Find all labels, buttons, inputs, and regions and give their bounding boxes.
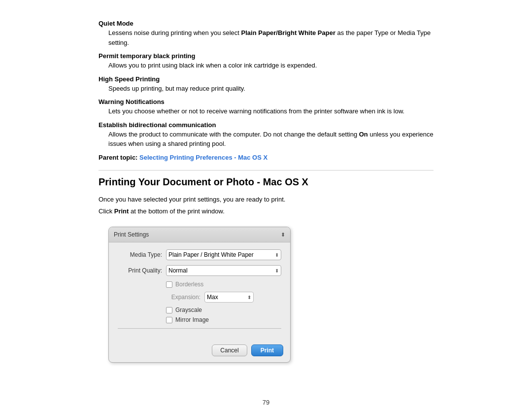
print-button[interactable]: Print (251, 344, 283, 356)
dialog-screenshot: Print Settings ⬍ Media Type: Plain Paper… (108, 227, 291, 363)
parent-topic-link[interactable]: Selecting Printing Preferences - Mac OS … (139, 154, 267, 161)
bidirectional-title: Establish bidirectional communication (99, 121, 433, 129)
grayscale-row: Grayscale (166, 307, 281, 313)
media-type-value: Plain Paper / Bright White Paper (168, 251, 254, 258)
high-speed-body: Speeds up printing, but may reduce print… (108, 84, 433, 94)
high-speed-section: High Speed Printing Speeds up printing, … (99, 75, 433, 94)
mirror-label: Mirror Image (175, 316, 209, 323)
media-type-row: Media Type: Plain Paper / Bright White P… (118, 249, 281, 260)
warning-notif-title: Warning Notifications (99, 98, 433, 105)
permit-black-title: Permit temporary black printing (99, 52, 433, 60)
intro-text-2: Click Print at the bottom of the print w… (99, 206, 433, 217)
media-type-label: Media Type: (118, 251, 162, 258)
print-quality-value: Normal (168, 267, 188, 274)
dialog-header-label: Print Settings (114, 231, 149, 238)
expansion-arrow-icon: ⬍ (247, 295, 251, 300)
print-quality-select[interactable]: Normal ⬍ (166, 265, 281, 276)
mirror-row: Mirror Image (166, 316, 281, 323)
borderless-label: Borderless (175, 281, 203, 288)
media-type-select[interactable]: Plain Paper / Bright White Paper ⬍ (166, 249, 281, 260)
page-number: 79 (263, 399, 269, 406)
quiet-mode-section: Quiet Mode Lessens noise during printing… (99, 20, 433, 47)
expansion-select[interactable]: Max ⬍ (204, 292, 254, 303)
print-quality-arrow-icon: ⬍ (275, 268, 279, 274)
parent-topic: Parent topic: Selecting Printing Prefere… (99, 154, 433, 161)
intro-text-1: Once you have selected your print settin… (99, 195, 433, 205)
borderless-row: Borderless (166, 281, 281, 288)
grayscale-label: Grayscale (175, 307, 202, 313)
dialog-body: Media Type: Plain Paper / Bright White P… (109, 242, 290, 341)
warning-notif-section: Warning Notifications Lets you choose wh… (99, 98, 433, 116)
expansion-row: Expansion: Max ⬍ (166, 292, 281, 303)
expansion-value: Max (207, 294, 218, 301)
bidirectional-section: Establish bidirectional communication Al… (99, 121, 433, 149)
dialog-footer: Cancel Print (109, 341, 290, 362)
borderless-checkbox[interactable] (166, 281, 172, 288)
permit-black-section: Permit temporary black printing Allows y… (99, 52, 433, 70)
print-quality-row: Print Quality: Normal ⬍ (118, 265, 281, 276)
bidirectional-body: Allows the product to communicate with t… (108, 130, 433, 149)
quiet-mode-body: Lessens noise during printing when you s… (108, 28, 433, 47)
parent-topic-label: Parent topic: (99, 154, 137, 161)
chapter-title: Printing Your Document or Photo - Mac OS… (99, 170, 433, 188)
borderless-option-row: Borderless (166, 281, 281, 288)
dialog-header: Print Settings ⬍ (109, 227, 290, 242)
grayscale-checkbox[interactable] (166, 307, 172, 313)
grayscale-option-row: Grayscale Mirror Image (166, 307, 281, 323)
permit-black-body: Allows you to print using black ink when… (108, 61, 433, 70)
cancel-button[interactable]: Cancel (212, 344, 247, 356)
high-speed-title: High Speed Printing (99, 75, 433, 83)
expansion-label: Expansion: (166, 294, 200, 301)
dialog-divider (118, 328, 281, 329)
print-dialog: Print Settings ⬍ Media Type: Plain Paper… (108, 227, 291, 363)
media-type-arrow-icon: ⬍ (275, 252, 279, 258)
warning-notif-body: Lets you choose whether or not to receiv… (108, 106, 433, 116)
mirror-checkbox[interactable] (166, 317, 172, 323)
dialog-header-arrow-icon: ⬍ (281, 232, 285, 238)
quiet-mode-title: Quiet Mode (99, 20, 433, 27)
print-quality-label: Print Quality: (118, 267, 162, 274)
